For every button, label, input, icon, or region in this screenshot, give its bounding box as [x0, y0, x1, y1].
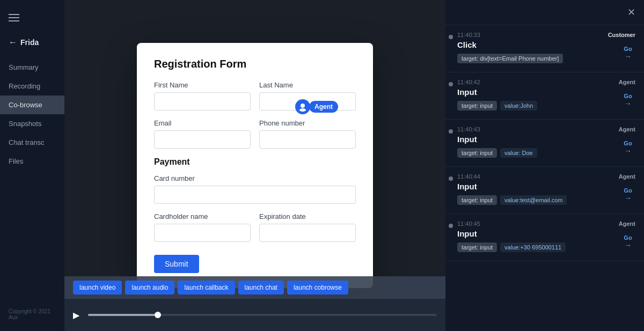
progress-fill — [88, 314, 158, 316]
last-name-label: Last Name — [259, 81, 356, 89]
email-input[interactable] — [154, 130, 251, 149]
event-actor-2: Agent — [619, 126, 635, 133]
payment-section-title: Payment — [154, 157, 356, 167]
event-content-3: Input target: inputvalue:test@email.com — [457, 182, 567, 207]
back-arrow-icon: ← — [9, 38, 17, 47]
agent-label: Agent — [309, 101, 338, 113]
event-item-3: 11:40:44 Agent Input target: inputvalue:… — [445, 167, 644, 214]
event-body-2: Input target: inputvalue: Doe Go → — [457, 135, 635, 160]
event-actor-4: Agent — [619, 220, 635, 227]
event-header-0: 11:40:33 Customer — [457, 32, 635, 38]
sidebar-item-chat-transc[interactable]: Chat transc — [0, 133, 64, 152]
sidebar-item-recording[interactable]: Recording — [0, 77, 64, 95]
phone-group: Phone number — [259, 119, 356, 149]
launch-launch-callback-button[interactable]: launch callback — [178, 281, 235, 295]
launch-launch-video-button[interactable]: launch video — [73, 281, 122, 295]
launch-buttons-row: launch videolaunch audiolaunch callbackl… — [64, 276, 445, 299]
modal-title: Registration Form — [154, 58, 356, 70]
go-label-0: Go — [624, 46, 632, 52]
back-button[interactable]: ← Frida — [0, 33, 64, 52]
svg-point-1 — [299, 108, 306, 112]
go-label-2: Go — [624, 140, 632, 146]
event-body-0: Click target: div[text=Email Phone numbe… — [457, 40, 635, 65]
event-content-4: Input target: inputvalue:+30 695000111 — [457, 229, 566, 254]
panel-header: ✕ — [445, 0, 644, 25]
go-label-1: Go — [624, 93, 632, 99]
event-go-4[interactable]: Go → — [620, 234, 635, 249]
phone-input[interactable] — [259, 130, 356, 149]
event-tags-4: target: inputvalue:+30 695000111 — [457, 242, 566, 252]
launch-launch-chat-button[interactable]: launch chat — [238, 281, 284, 295]
expiration-label: Expiration date — [259, 212, 356, 220]
first-name-label: First Name — [154, 81, 251, 89]
email-label: Email — [154, 119, 251, 127]
event-time-0: 11:40:33 — [457, 32, 480, 38]
session-title: Frida — [20, 38, 39, 47]
email-group: Email — [154, 119, 251, 149]
event-item-4: 11:40:45 Agent Input target: inputvalue:… — [445, 214, 644, 261]
event-content-2: Input target: inputvalue: Doe — [457, 135, 537, 160]
event-action-0: Click — [457, 40, 563, 49]
event-body-1: Input target: inputvalue:John Go → — [457, 87, 635, 113]
copyright: Copyright © 2021 Aux — [0, 304, 64, 325]
event-action-3: Input — [457, 182, 567, 191]
agent-cursor-bubble: Agent — [295, 99, 338, 114]
event-header-3: 11:40:44 Agent — [457, 173, 635, 180]
progress-bar[interactable] — [88, 314, 437, 316]
events-panel: ✕ 11:40:33 Customer Click target: div[te… — [445, 0, 644, 331]
event-tag-1-0: target: input — [457, 101, 497, 111]
expiration-input[interactable] — [259, 224, 356, 242]
sidebar-item-files[interactable]: Files — [0, 152, 64, 171]
agent-avatar-icon — [295, 99, 310, 114]
event-tags-0: target: div[text=Email Phone number] — [457, 54, 563, 63]
card-number-input[interactable] — [154, 186, 356, 204]
event-actor-0: Customer — [608, 32, 635, 38]
cardholder-group: Cardholder name — [154, 212, 251, 242]
playback-toolbar: ▶ — [64, 299, 445, 331]
cardholder-label: Cardholder name — [154, 212, 251, 220]
card-number-label: Card number — [154, 174, 356, 182]
events-list: 11:40:33 Customer Click target: div[text… — [445, 25, 644, 331]
first-name-input[interactable] — [154, 92, 251, 111]
event-tag-0-0: target: div[text=Email Phone number] — [457, 54, 563, 63]
go-arrow-3: → — [624, 194, 632, 202]
event-tag-4-1: value:+30 695000111 — [500, 242, 566, 252]
event-content-1: Input target: inputvalue:John — [457, 87, 537, 113]
event-item-1: 11:40:42 Agent Input target: inputvalue:… — [445, 72, 644, 120]
event-go-3[interactable]: Go → — [620, 187, 635, 202]
play-button[interactable]: ▶ — [73, 310, 79, 320]
event-tag-2-1: value: Doe — [500, 148, 537, 158]
event-action-4: Input — [457, 229, 566, 238]
sidebar-nav: SummaryRecordingCo-browseSnapshotsChat t… — [0, 58, 64, 171]
event-tag-4-0: target: input — [457, 242, 497, 252]
go-label-4: Go — [624, 234, 632, 241]
event-content-0: Click target: div[text=Email Phone numbe… — [457, 40, 563, 65]
sidebar-item-co-browse[interactable]: Co-browse — [0, 95, 64, 114]
go-arrow-0: → — [624, 52, 632, 61]
cardholder-input[interactable] — [154, 224, 251, 242]
sidebar-item-snapshots[interactable]: Snapshots — [0, 114, 64, 133]
registration-modal: Registration Form First Name Last Name E… — [137, 43, 373, 288]
launch-launch-cobrowse-button[interactable]: launch cobrowse — [287, 281, 348, 295]
go-arrow-4: → — [624, 241, 632, 249]
hamburger-menu[interactable] — [0, 6, 64, 29]
event-time-1: 11:40:42 — [457, 79, 480, 85]
event-action-1: Input — [457, 87, 537, 97]
first-name-group: First Name — [154, 81, 251, 111]
launch-launch-audio-button[interactable]: launch audio — [125, 281, 174, 295]
go-label-3: Go — [624, 187, 632, 194]
event-time-2: 11:40:43 — [457, 126, 480, 133]
event-go-2[interactable]: Go → — [620, 140, 635, 155]
event-item-0: 11:40:33 Customer Click target: div[text… — [445, 25, 644, 72]
event-tag-1-1: value:John — [500, 101, 537, 111]
event-tags-1: target: inputvalue:John — [457, 101, 537, 111]
event-item-2: 11:40:43 Agent Input target: inputvalue:… — [445, 120, 644, 167]
submit-button[interactable]: Submit — [154, 255, 199, 273]
sidebar-item-summary[interactable]: Summary — [0, 58, 64, 77]
event-go-0[interactable]: Go → — [620, 46, 635, 61]
card-number-row: Card number — [154, 174, 356, 204]
event-tag-3-1: value:test@email.com — [500, 195, 567, 205]
close-button[interactable]: ✕ — [627, 6, 635, 18]
event-header-2: 11:40:43 Agent — [457, 126, 635, 133]
event-go-1[interactable]: Go → — [620, 93, 635, 108]
